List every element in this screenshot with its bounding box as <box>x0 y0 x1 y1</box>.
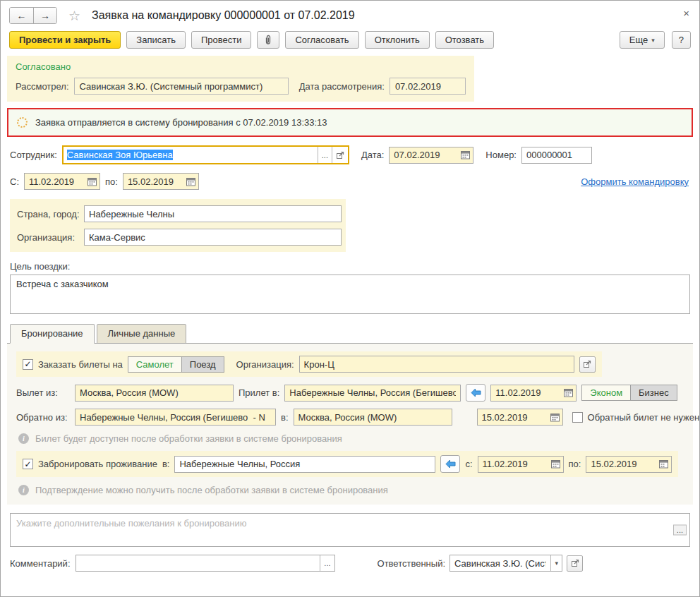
hotel-to-field[interactable] <box>586 456 672 473</box>
number-label: Номер: <box>485 150 517 160</box>
booking-notification: Заявка отправляется в систему бронирован… <box>7 108 693 137</box>
return-date-field[interactable] <box>477 409 563 426</box>
responsible-group: Ответственный: ▾ <box>378 555 583 572</box>
tab-personal[interactable]: Личные данные <box>97 324 187 344</box>
city-label: Страна, город: <box>17 209 79 219</box>
date-field[interactable] <box>389 147 473 164</box>
depart-date-field[interactable] <box>490 385 577 402</box>
class-toggle: Эконом Бизнес <box>581 385 677 401</box>
city-input[interactable] <box>85 209 341 219</box>
purpose-textarea[interactable]: Встреча с заказчиком <box>10 275 690 314</box>
hotel-checkbox[interactable]: ✓ <box>23 459 33 469</box>
calendar-icon[interactable] <box>85 174 99 189</box>
period-to-input[interactable] <box>123 176 183 187</box>
booking-organization-input[interactable] <box>300 359 574 370</box>
reviewer-value: Савинская З.Ю. (Системный программист) <box>80 81 263 92</box>
return-date-input[interactable] <box>478 412 548 423</box>
city-field[interactable] <box>84 205 342 222</box>
employee-select-button[interactable]: ... <box>318 147 332 163</box>
more-button[interactable]: Еще ▾ <box>620 31 665 49</box>
transport-plane-button[interactable]: Самолет <box>128 356 182 373</box>
responsible-dropdown-button[interactable]: ▾ <box>550 555 562 571</box>
hotel-fill-button[interactable] <box>440 455 460 473</box>
back-button[interactable]: ← <box>10 8 33 23</box>
booking-organization-open-button[interactable] <box>579 356 596 373</box>
responsible-input[interactable] <box>450 558 550 569</box>
blue-arrow-left-icon <box>471 388 481 397</box>
tab-booking[interactable]: Бронирование <box>10 324 95 344</box>
hotel-to-label: по: <box>569 459 581 469</box>
close-icon[interactable]: × <box>683 8 689 18</box>
toolbar: Провести и закрыть Записать Провести Сог… <box>1 25 699 56</box>
return-from-field[interactable] <box>75 409 276 426</box>
order-tickets-checkbox[interactable]: ✓ <box>23 359 33 370</box>
calendar-icon[interactable] <box>458 147 473 163</box>
help-button[interactable]: ? <box>672 31 691 49</box>
return-to-field[interactable] <box>294 409 452 426</box>
responsible-field[interactable]: ▾ <box>449 555 562 572</box>
organization-field[interactable] <box>84 229 342 246</box>
tabs: Бронирование Личные данные <box>10 324 699 343</box>
booking-organization-label: Организация: <box>236 359 294 370</box>
number-input[interactable] <box>522 150 591 160</box>
hotel-from-field[interactable] <box>478 456 564 473</box>
reviewer-field[interactable]: Савинская З.Ю. (Системный программист) <box>74 78 289 95</box>
depart-from-input[interactable] <box>76 387 233 398</box>
tickets-band: ✓ Заказать билеты на Самолет Поезд Орган… <box>16 351 602 377</box>
calendar-icon[interactable] <box>656 457 671 472</box>
depart-date-input[interactable] <box>491 387 561 398</box>
transport-train-button[interactable]: Поезд <box>182 356 224 373</box>
review-date-field[interactable]: 07.02.2019 <box>390 78 466 95</box>
depart-from-field[interactable] <box>75 385 234 402</box>
calendar-icon[interactable] <box>548 457 563 472</box>
hotel-city-field[interactable] <box>174 456 435 473</box>
calendar-icon[interactable] <box>561 385 576 401</box>
wishes-select-button[interactable]: ... <box>673 525 687 536</box>
number-field[interactable] <box>521 147 592 164</box>
spinner-icon <box>17 117 28 128</box>
forward-button[interactable]: → <box>33 8 56 23</box>
make-trip-link[interactable]: Оформить командировку <box>581 176 689 187</box>
employee-field[interactable]: Савинская Зоя Юрьевна ... <box>62 145 349 164</box>
return-to-input[interactable] <box>294 412 452 423</box>
period-from-field[interactable] <box>24 173 100 190</box>
comment-select-button[interactable]: ... <box>320 555 334 571</box>
responsible-open-button[interactable] <box>567 555 583 572</box>
date-input[interactable] <box>390 150 458 160</box>
booking-organization-field[interactable] <box>299 356 574 373</box>
employee-value: Савинская Зоя Юрьевна <box>67 150 173 160</box>
hotel-from-input[interactable] <box>478 459 548 469</box>
calendar-icon[interactable] <box>548 409 562 425</box>
employee-input[interactable]: Савинская Зоя Юрьевна <box>64 150 318 160</box>
period-to-field[interactable] <box>123 173 199 190</box>
class-econom-button[interactable]: Эконом <box>581 385 631 401</box>
recall-button[interactable]: Отозвать <box>435 31 494 49</box>
arrive-to-field[interactable] <box>284 385 461 402</box>
reviewer-label: Рассмотрел: <box>16 81 69 92</box>
period-from-input[interactable] <box>25 176 85 187</box>
wishes-textarea[interactable] <box>10 513 690 547</box>
comment-input[interactable] <box>76 558 320 569</box>
reject-button[interactable]: Отклонить <box>365 31 430 49</box>
no-return-ticket-checkbox[interactable] <box>572 412 583 423</box>
post-button[interactable]: Провести <box>191 31 252 49</box>
chevron-down-icon: ▾ <box>555 560 558 567</box>
return-from-input[interactable] <box>76 412 275 423</box>
blue-arrow-left-icon <box>445 459 456 469</box>
hotel-to-input[interactable] <box>586 459 656 469</box>
calendar-icon[interactable] <box>183 174 198 189</box>
hotel-city-input[interactable] <box>175 459 435 469</box>
approval-section: Согласовано Рассмотрел: Савинская З.Ю. (… <box>7 56 474 102</box>
favorite-star-icon[interactable]: ☆ <box>68 9 80 23</box>
class-business-button[interactable]: Бизнес <box>631 385 677 401</box>
comment-field[interactable]: ... <box>76 555 335 572</box>
swap-route-button[interactable] <box>466 384 485 402</box>
post-and-close-button[interactable]: Провести и закрыть <box>9 31 121 49</box>
organization-input[interactable] <box>85 232 341 243</box>
employee-open-button[interactable] <box>332 147 348 163</box>
approve-button[interactable]: Согласовать <box>285 31 358 49</box>
arrive-to-input[interactable] <box>285 387 460 398</box>
write-button[interactable]: Записать <box>126 31 186 49</box>
attachments-button[interactable] <box>257 31 279 49</box>
approval-status: Согласовано <box>16 61 466 72</box>
